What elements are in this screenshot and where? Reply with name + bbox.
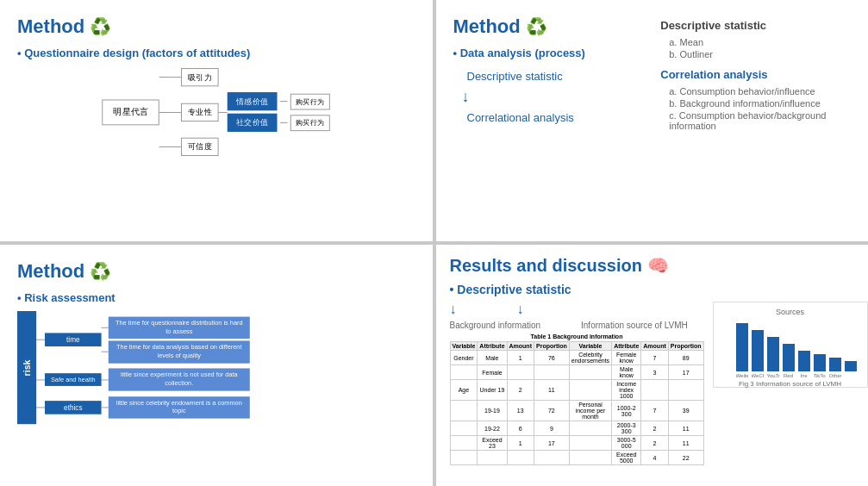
risk-text-2: The time for data analysis based on diff… (109, 341, 250, 364)
top-right-inner: Method ♻️ • Data analysis (process) Desc… (453, 16, 852, 133)
sub-box-1: 情感价值 (228, 92, 278, 110)
method-icon-2: ♻️ (526, 16, 547, 37)
process-step-1: Descriptive statistic (467, 70, 563, 83)
bar-1 (736, 323, 748, 371)
risk-text-3: little since experiment is not used for … (109, 369, 250, 391)
risk-time-items: The time for questionnaire distribution … (102, 316, 250, 363)
end-box-2: 购买行为 (290, 115, 330, 131)
branch-box-2: 专业性 (181, 103, 218, 121)
bar-4 (783, 344, 795, 371)
bar-8 (845, 361, 857, 371)
title-text-3: Method (17, 260, 84, 283)
table-area: ↓ ↓ Background information Information s… (450, 302, 704, 465)
bar-7 (829, 358, 841, 371)
table-row: 19-191372 Personal income per month1000-… (450, 401, 703, 421)
risk-text-4: little since celebrity endowment is a co… (109, 396, 250, 419)
arrows-row: ↓ ↓ (450, 302, 704, 317)
table-container: Table 1 Background information Variable … (450, 333, 704, 465)
top-left-bullet: • Questionnaire design (factors of attit… (17, 47, 415, 59)
table-row: Exceed 5000422 (450, 451, 703, 465)
top-left-title: Method ♻️ (17, 16, 415, 38)
branch-box-3: 可信度 (181, 138, 218, 156)
th-attribute2: Attribute (612, 342, 641, 351)
risk-branch-health: Safe and health little since experiment … (36, 369, 250, 391)
bar-2 (752, 330, 764, 371)
table-row: Exceed 23117 3000-5 000211 (450, 436, 703, 451)
title-text: Method (17, 16, 84, 38)
title-text-2: Method (453, 16, 521, 38)
th-proportion: Proportion (534, 342, 569, 351)
risk-bar-label: risk (17, 311, 36, 424)
table-row: Female Male know317 (450, 365, 703, 380)
table-title: Table 1 Background information (450, 333, 704, 340)
bottom-left-bullet: • Risk assessment (17, 291, 415, 304)
table-row: GenderMale176 Celebrity endorsementsFema… (450, 351, 703, 365)
panel-top-left: Method ♻️ • Questionnaire design (factor… (0, 0, 433, 241)
desc-item-b: b. Outliner (669, 49, 851, 59)
th-variable2: Variable (569, 342, 611, 351)
table-row: AgeUnder 19211 Income index 1000 (450, 380, 703, 401)
arrow-2: ↓ (517, 302, 524, 317)
center-box: 明星代言 (103, 99, 159, 125)
process-step-2: Correlational analysis (467, 111, 574, 124)
chart-label-3: YouTube (767, 373, 779, 378)
risk-label-health: Safe and health (45, 373, 102, 386)
results-title-text: Results and discussion (450, 256, 642, 276)
desc-item-a: a. Mean (669, 37, 851, 47)
chart-title: Sources (719, 308, 862, 316)
risk-text-1: The time for questionnaire distribution … (109, 316, 250, 339)
process-box: Descriptive statistic ↓ Correlational an… (453, 66, 644, 128)
bg-info-label: Background information (450, 321, 573, 330)
method-icon-3: ♻️ (90, 261, 111, 282)
risk-time-item-2: The time for data analysis based on diff… (102, 341, 250, 364)
desc-stat-label: • Descriptive statistic (450, 283, 855, 296)
method-icon-1: ♻️ (90, 16, 111, 37)
results-title: Results and discussion 🧠 (450, 255, 855, 276)
risk-time-item-1: The time for questionnaire distribution … (102, 316, 250, 339)
top-right-title: Method ♻️ (453, 16, 644, 38)
bottom-right-content: ↓ ↓ Background information Information s… (450, 302, 855, 465)
chart-bars-container (719, 320, 862, 371)
fig-caption: Fig 3 Information source of LVMH (719, 380, 862, 388)
chart-labels-container: Weibo WeChat YouTube Red Ins TikTok Othe… (719, 371, 862, 378)
th-amount2: Amount (641, 342, 668, 351)
panel-bottom-left: Method ♻️ • Risk assessment risk time Th… (0, 245, 433, 486)
corr-item-a: a. Consumption behavior/influence (669, 86, 851, 97)
end-box-1: 购买行为 (290, 93, 330, 109)
chart-area: Sources Weibo WeChat YouTub (713, 302, 868, 465)
background-table: Variable Attribute Amount Proportion Var… (450, 341, 704, 465)
chart-label-6: TikTok (814, 373, 826, 378)
th-proportion2: Proportion (668, 342, 703, 351)
bar-5 (798, 351, 810, 371)
sources-chart: Sources Weibo WeChat YouTub (713, 302, 868, 388)
main-grid: Method ♻️ • Questionnaire design (factor… (0, 0, 868, 486)
top-right-left-col: Method ♻️ • Data analysis (process) Desc… (453, 16, 644, 133)
chart-label-2: WeChat (752, 373, 764, 378)
panel-top-right: Method ♻️ • Data analysis (process) Desc… (436, 0, 869, 241)
th-attribute: Attribute (478, 342, 507, 351)
questionnaire-diagram: 明星代言 吸引力 专业性 情感价值 (47, 68, 385, 156)
panel-bottom-right: Results and discussion 🧠 • Descriptive s… (436, 245, 869, 486)
corr-analysis-title: Correlation analysis (660, 68, 851, 81)
top-right-right-col: Descriptive statistic a. Mean b. Outline… (660, 16, 851, 133)
th-amount: Amount (507, 342, 534, 351)
process-arrow: ↓ (462, 88, 470, 106)
branch-box-1: 吸引力 (181, 68, 218, 86)
risk-label-ethics: ethics (45, 401, 102, 414)
corr-item-c: c. Consumption behavior/background infor… (669, 110, 851, 131)
th-variable: Variable (450, 342, 478, 351)
sub-box-2: 社交价值 (228, 114, 278, 132)
risk-branch-time: time The time for questionnaire distribu… (36, 316, 250, 363)
bar-3 (767, 337, 779, 371)
chart-label-8 (845, 373, 857, 378)
top-right-bullet: • Data analysis (process) (453, 47, 644, 59)
results-icon: 🧠 (647, 255, 669, 276)
corr-item-b: b. Background information/influence (669, 98, 851, 109)
risk-branch-ethics: ethics little since celebrity endowment … (36, 396, 250, 419)
lvmh-label: Information source of LVMH (581, 321, 704, 330)
risk-diagram: risk time The time for questionnaire dis… (17, 311, 343, 424)
risk-label-time: time (45, 333, 102, 347)
chart-label-7: Other (829, 373, 841, 378)
chart-label-1: Weibo (736, 373, 748, 378)
desc-stat-title: Descriptive statistic (660, 19, 851, 32)
